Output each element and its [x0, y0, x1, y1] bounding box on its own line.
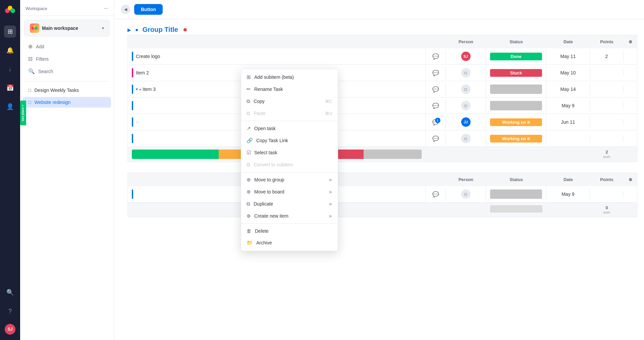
paste-label: Paste [254, 111, 266, 116]
ctx-item-left: ⧉ Convert to subitem [247, 162, 293, 168]
ctx-archive[interactable]: 📁 Archive [241, 237, 338, 249]
svg-point-5 [35, 27, 38, 30]
move-board-label: Move to board [254, 189, 284, 194]
ctx-item-left: ⊞ Add subitem (beta) [247, 74, 294, 80]
open-task-icon: ↗ [247, 125, 251, 131]
ctx-item-left: ↗ Open task [247, 125, 276, 131]
select-task-label: Select task [254, 150, 277, 155]
nav-search-icon[interactable]: 🔍 [4, 286, 16, 298]
workspace-chevron-icon: ▾ [102, 26, 104, 31]
board-label-design: Design Weekly Tasks [34, 88, 79, 93]
ctx-copy[interactable]: ⧉ Copy ⌘C [241, 95, 338, 107]
board-item-design[interactable]: □ Design Weekly Tasks [23, 85, 111, 96]
ctx-item-left: 🗑 Delete [247, 228, 268, 234]
rename-label: Rename Task [254, 87, 283, 92]
ctx-duplicate[interactable]: ⧉ Duplicate ▶ [241, 198, 338, 210]
nav-download-icon[interactable]: ↓ [4, 63, 16, 75]
ctx-delete[interactable]: 🗑 Delete [241, 225, 338, 237]
duplicate-icon: ⧉ [247, 201, 250, 207]
filters-icon: ⊟ [28, 56, 33, 62]
archive-icon: 📁 [247, 240, 253, 246]
ctx-move-board[interactable]: ⊕ Move to board ▶ [241, 186, 338, 198]
filters-label: Filters [36, 56, 49, 62]
ctx-open-task[interactable]: ↗ Open task [241, 122, 338, 134]
ctx-move-group[interactable]: ⊕ Move to group ▶ [241, 174, 338, 186]
ctx-item-left: ⧉ Copy [247, 98, 265, 104]
rename-icon: ✏ [247, 86, 251, 92]
copy-label: Copy [254, 99, 265, 104]
workspace-icon [30, 23, 39, 33]
ctx-create-item[interactable]: ⊕ Create new item ▶ [241, 210, 338, 222]
main-content: ◀ Button ▶ ● Group Title Person Status D… [114, 0, 644, 340]
move-group-label: Move to group [254, 177, 284, 182]
ctx-divider2 [241, 172, 338, 172]
nav-bell-icon[interactable]: 🔔 [4, 44, 16, 56]
ctx-item-left: ⊕ Move to group [247, 177, 284, 183]
nav-grid-icon[interactable]: ⊞ [4, 25, 16, 38]
see-plans-tab[interactable]: See plans + [20, 101, 26, 125]
sidebar-actions: ⊕ Add ⊟ Filters 🔍 Search [20, 39, 114, 78]
workspace-selector[interactable]: Main workspace ▾ [24, 20, 110, 37]
user-avatar-small[interactable]: SJ [5, 324, 15, 335]
paste-shortcut: ⌘V [325, 111, 332, 116]
nav-calendar-icon[interactable]: 📅 [4, 82, 16, 94]
main-sidebar: Workspace ··· Main workspace ▾ ⊕ Add ⊟ F… [20, 0, 114, 340]
board-label-website: Website redesign [34, 100, 70, 105]
move-group-chevron-icon: ▶ [329, 177, 332, 182]
copy-link-label: Copy Task Link [256, 138, 288, 143]
ctx-item-left: ⊕ Create new item [247, 213, 288, 219]
copy-shortcut: ⌘C [325, 99, 332, 104]
add-subitem-label: Add subitem (beta) [254, 74, 294, 80]
sidebar-header: Workspace ··· [20, 5, 114, 16]
board-item-website[interactable]: □ Website redesign [23, 97, 111, 108]
workspace-name: Main workspace [42, 25, 99, 31]
sidebar-more-button[interactable]: ··· [104, 5, 108, 11]
move-group-icon: ⊕ [247, 177, 251, 183]
ctx-item-left: ☑ Select task [247, 150, 277, 156]
sidebar-divider [25, 81, 108, 81]
ctx-item-left: ⧉ Paste [247, 110, 266, 116]
paste-icon: ⧉ [247, 110, 250, 116]
add-action[interactable]: ⊕ Add [24, 41, 110, 52]
add-icon: ⊕ [28, 43, 33, 50]
ctx-add-subitem[interactable]: ⊞ Add subitem (beta) [241, 71, 338, 83]
ctx-item-left: ⧉ Duplicate [247, 201, 273, 207]
convert-label: Convert to subitem [254, 162, 293, 167]
app-logo [5, 5, 15, 16]
search-label: Search [38, 69, 53, 74]
ctx-convert-subitem: ⧉ Convert to subitem [241, 159, 338, 171]
convert-icon: ⧉ [247, 162, 250, 168]
workspace-label: Workspace [25, 6, 47, 11]
ctx-item-left: ✏ Rename Task [247, 86, 283, 92]
archive-label: Archive [256, 240, 272, 245]
create-item-chevron-icon: ▶ [329, 214, 332, 218]
ctx-divider1 [241, 121, 338, 121]
search-action[interactable]: 🔍 Search [24, 65, 110, 77]
ctx-paste: ⧉ Paste ⌘V [241, 107, 338, 119]
context-menu-overlay: ⊞ Add subitem (beta) ✏ Rename Task ⧉ Cop… [114, 0, 644, 340]
thin-sidebar: ⊞ 🔔 ↓ 📅 👤 🔍 ? SJ [0, 0, 20, 340]
duplicate-chevron-icon: ▶ [329, 202, 332, 206]
delete-label: Delete [255, 228, 268, 234]
ctx-item-left: ⊕ Move to board [247, 189, 284, 195]
move-board-icon: ⊕ [247, 189, 251, 195]
ctx-item-left: 🔗 Copy Task Link [247, 137, 288, 144]
nav-person-icon[interactable]: 👤 [4, 101, 16, 113]
board-icon-website: □ [28, 100, 31, 105]
context-menu: ⊞ Add subitem (beta) ✏ Rename Task ⧉ Cop… [241, 69, 338, 251]
create-item-label: Create new item [254, 213, 288, 219]
nav-question-icon[interactable]: ? [4, 305, 16, 317]
move-board-chevron-icon: ▶ [329, 189, 332, 194]
add-label: Add [36, 44, 44, 49]
ctx-select-task[interactable]: ☑ Select task [241, 147, 338, 159]
svg-point-2 [10, 8, 15, 13]
ctx-copy-link[interactable]: 🔗 Copy Task Link [241, 134, 338, 147]
ctx-divider3 [241, 223, 338, 224]
search-icon: 🔍 [28, 68, 35, 74]
duplicate-label: Duplicate [254, 201, 273, 207]
filters-action[interactable]: ⊟ Filters [24, 53, 110, 65]
copy-link-icon: 🔗 [247, 137, 253, 144]
delete-icon: 🗑 [247, 228, 252, 234]
board-icon-design: □ [28, 88, 31, 93]
ctx-rename-task[interactable]: ✏ Rename Task [241, 83, 338, 95]
